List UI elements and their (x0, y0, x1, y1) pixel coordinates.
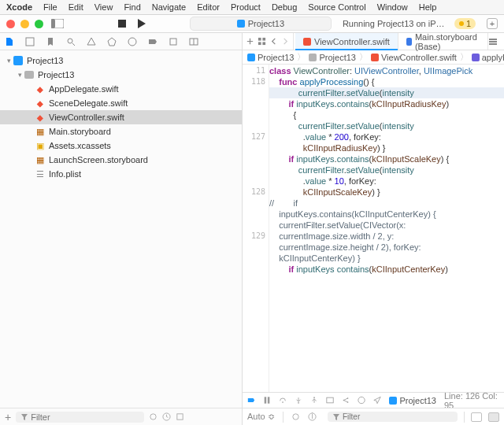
svg-marker-3 (138, 19, 146, 28)
menu-editor[interactable]: Editor (197, 2, 220, 12)
source-control-status-icon[interactable] (176, 412, 184, 421)
toggle-navigator-icon[interactable] (51, 19, 64, 28)
navigator-filter-input[interactable] (31, 412, 139, 422)
minimize-window[interactable] (20, 20, 29, 28)
jump-bar[interactable]: Project13 〉 Project13 〉 ViewController.s… (243, 50, 504, 65)
tree-folder[interactable]: ▾ Project13 (0, 68, 242, 82)
svg-rect-4 (237, 20, 245, 28)
bookmark-navigator-icon[interactable] (46, 37, 55, 46)
print-description-icon[interactable]: i (308, 412, 317, 421)
project-icon (13, 56, 23, 65)
console-filter-input[interactable] (343, 412, 453, 421)
tree-file[interactable]: ◆SceneDelegate.swift (0, 96, 242, 110)
variables-view-toggle[interactable] (471, 412, 482, 422)
process-picker[interactable]: Project13 (389, 396, 435, 405)
folder-icon (24, 71, 34, 79)
menu-edit[interactable]: Edit (69, 2, 83, 12)
environment-icon[interactable] (358, 396, 365, 405)
tree-file[interactable]: ▦Main.storyboard (0, 124, 242, 139)
go-back-icon[interactable] (269, 37, 278, 46)
test-navigator-icon[interactable] (107, 37, 117, 46)
menu-source-control[interactable]: Source Control (308, 2, 365, 12)
menu-help[interactable]: Help (419, 2, 437, 12)
report-navigator-icon[interactable] (169, 37, 178, 46)
app-menu[interactable]: Xcode (6, 2, 32, 12)
scheme-selector[interactable]: Project13 (190, 17, 332, 31)
tree-file[interactable]: ▦LaunchScreen.storyboard (0, 153, 242, 167)
svg-point-36 (358, 397, 365, 403)
debug-view-icon[interactable] (326, 396, 334, 405)
plist-icon: ☰ (36, 169, 44, 179)
menu-navigate[interactable]: Navigate (152, 2, 186, 12)
scope-icon[interactable] (149, 412, 158, 421)
tree-file[interactable]: ▣Assets.xcassets (0, 139, 242, 153)
source-control-navigator-icon[interactable] (25, 37, 35, 46)
scheme-title: Project13 (248, 19, 284, 28)
disclosure-icon[interactable]: ▾ (16, 71, 24, 79)
step-out-icon[interactable] (310, 396, 318, 405)
zoom-window[interactable] (35, 20, 43, 28)
svg-rect-16 (262, 38, 265, 41)
debug-navigator-icon[interactable] (128, 37, 137, 46)
menu-window[interactable]: Window (377, 2, 408, 12)
go-forward-icon[interactable] (281, 37, 290, 46)
issue-navigator-icon[interactable] (87, 37, 96, 46)
menu-find[interactable]: Find (124, 2, 140, 12)
svg-line-7 (72, 43, 75, 46)
pause-icon[interactable] (263, 396, 271, 405)
run-button[interactable] (135, 18, 146, 29)
quicklook-icon[interactable] (291, 412, 300, 421)
memory-graph-icon[interactable] (342, 396, 350, 405)
menu-debug[interactable]: Debug (272, 2, 297, 12)
console-view-toggle[interactable] (488, 412, 499, 422)
step-into-icon[interactable] (295, 396, 302, 405)
app-icon (237, 20, 245, 28)
warning-icon (459, 21, 464, 26)
tree-file[interactable]: ◆AppDelegate.swift (0, 82, 242, 96)
folder-icon (309, 54, 317, 61)
menu-product[interactable]: Product (231, 2, 261, 12)
menu-file[interactable]: File (43, 2, 57, 12)
find-navigator-icon[interactable] (66, 37, 76, 46)
debug-area-footer: Auto ≎ i (243, 408, 504, 425)
svg-rect-1 (51, 19, 55, 28)
library-button[interactable]: + (487, 18, 498, 29)
add-file-button[interactable]: + (5, 413, 11, 421)
line-gutter: 11 118 127 128 129 (243, 65, 269, 392)
svg-rect-20 (489, 41, 497, 42)
source-text[interactable]: class ViewController: UIViewController, … (269, 65, 504, 392)
toggle-breakpoints-icon[interactable] (247, 396, 255, 405)
svg-rect-19 (489, 39, 497, 40)
location-icon[interactable] (373, 396, 381, 405)
tree-project-root[interactable]: ▾ Project13 (0, 54, 242, 68)
source-editor[interactable]: 11 118 127 128 129 class ViewController:… (243, 65, 504, 392)
tab-main-storyboard[interactable]: Main.storyboard (Base) (398, 33, 488, 50)
svg-point-31 (313, 397, 315, 398)
warnings-badge[interactable]: 1 (454, 18, 476, 29)
editor-options-icon[interactable] (488, 37, 498, 46)
editor-pre-controls (243, 33, 294, 50)
tree-file[interactable]: ☰Info.plist (0, 167, 242, 181)
svg-rect-28 (268, 397, 270, 403)
auto-variables[interactable]: Auto ≎ (247, 412, 275, 422)
tab-viewcontroller[interactable]: ViewController.swift (295, 33, 398, 50)
related-items-icon[interactable] (258, 37, 266, 46)
tree-file[interactable]: ◆ViewController.swift (0, 110, 242, 124)
svg-rect-9 (170, 39, 176, 45)
columns-icon[interactable] (189, 37, 198, 46)
svg-point-37 (293, 414, 298, 419)
stop-button[interactable] (117, 18, 128, 29)
disclosure-icon[interactable]: ▾ (5, 57, 13, 65)
project-navigator-icon[interactable] (5, 37, 14, 46)
step-over-icon[interactable] (279, 396, 287, 405)
add-editor-icon[interactable] (246, 37, 254, 46)
breakpoint-navigator-icon[interactable] (148, 37, 158, 46)
swift-file-icon: ◆ (37, 85, 43, 94)
svg-rect-15 (258, 38, 261, 41)
recent-icon[interactable] (162, 412, 171, 421)
svg-point-6 (68, 39, 72, 43)
svg-rect-5 (26, 38, 34, 46)
close-window[interactable] (6, 20, 15, 28)
svg-point-8 (128, 38, 136, 46)
menu-view[interactable]: View (94, 2, 113, 12)
